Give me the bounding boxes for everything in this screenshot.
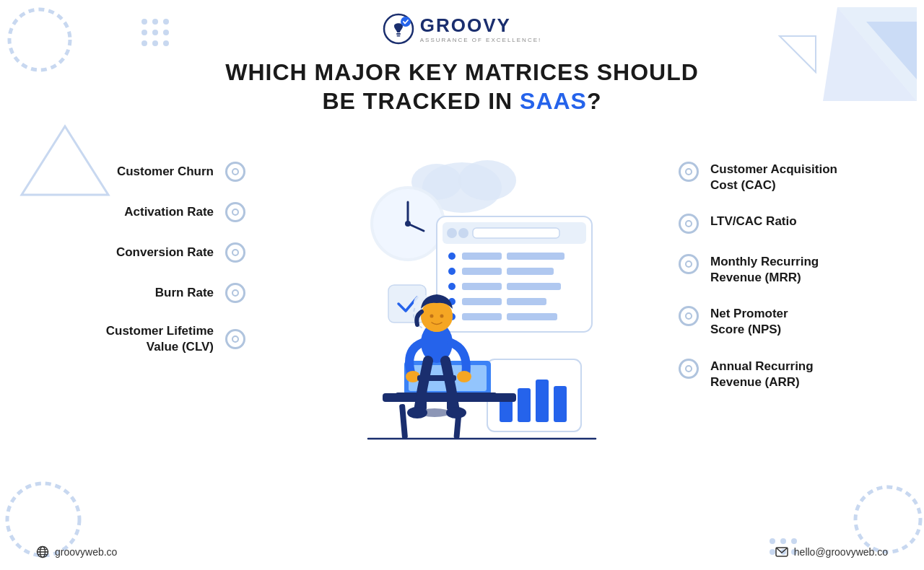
svg-point-16 <box>770 538 775 544</box>
metric-label-burn-rate: Burn Rate <box>155 285 214 301</box>
envelope-icon <box>775 547 788 557</box>
metric-label-ltv-cac: LTV/CAC Ratio <box>710 214 797 229</box>
svg-rect-60 <box>518 388 531 422</box>
title-highlight: SAAS <box>520 88 587 114</box>
metric-label-mrr: Monthly RecurringRevenue (MRR) <box>710 254 819 286</box>
svg-rect-54 <box>507 313 557 320</box>
metric-conversion-rate: Conversion Rate <box>29 232 245 273</box>
globe-icon <box>36 545 49 558</box>
svg-rect-53 <box>462 313 502 320</box>
logo-area: GROOVY ASSURANCE OF EXCELLENCE! <box>383 13 541 45</box>
svg-point-6 <box>855 487 920 552</box>
illustration-svg <box>310 130 614 440</box>
title-line2: BE TRACKED IN SAAS? <box>0 87 924 115</box>
svg-rect-42 <box>507 253 565 260</box>
svg-rect-45 <box>507 268 554 275</box>
svg-rect-61 <box>536 380 549 422</box>
main-title: WHICH MAJOR KEY MATRICES SHOULD BE TRACK… <box>0 58 924 115</box>
svg-rect-51 <box>507 298 546 305</box>
circle-icon-ltv-cac <box>679 214 699 234</box>
svg-point-5 <box>7 483 79 556</box>
svg-point-38 <box>458 228 468 238</box>
svg-point-18 <box>791 538 797 544</box>
footer-email: hello@groovyweb.co <box>775 546 888 558</box>
svg-point-81 <box>419 408 450 417</box>
svg-point-40 <box>448 253 456 260</box>
metric-label-activation-rate: Activation Rate <box>124 204 214 220</box>
metric-activation-rate: Activation Rate <box>29 192 245 232</box>
svg-point-75 <box>457 371 471 382</box>
svg-rect-79 <box>422 381 427 410</box>
title-section: WHICH MAJOR KEY MATRICES SHOULD BE TRACK… <box>0 58 924 115</box>
title-line2-end: ? <box>587 88 602 114</box>
metric-ltv-cac: LTV/CAC Ratio <box>679 203 895 244</box>
circle-icon-arr <box>679 359 699 379</box>
metric-label-arr: Annual RecurringRevenue (ARR) <box>710 359 814 390</box>
svg-rect-80 <box>447 381 451 410</box>
header: GROOVY ASSURANCE OF EXCELLENCE! <box>0 0 924 45</box>
email-address: hello@groovyweb.co <box>794 546 888 558</box>
svg-rect-62 <box>554 386 567 422</box>
logo-text: GROOVY ASSURANCE OF EXCELLENCE! <box>420 14 541 43</box>
svg-rect-44 <box>462 268 502 275</box>
title-line2-normal: BE TRACKED IN <box>322 88 520 114</box>
svg-rect-48 <box>507 283 561 290</box>
metric-mrr: Monthly RecurringRevenue (MRR) <box>679 244 895 296</box>
svg-point-26 <box>401 17 411 27</box>
metric-label-clv: Customer LifetimeValue (CLV) <box>106 323 214 355</box>
svg-point-43 <box>448 268 456 275</box>
website-url: groovyweb.co <box>55 546 117 558</box>
svg-rect-24 <box>396 33 401 35</box>
title-line1: WHICH MAJOR KEY MATRICES SHOULD <box>0 58 924 87</box>
svg-rect-39 <box>473 228 559 238</box>
svg-point-37 <box>447 228 457 238</box>
metric-clv: Customer LifetimeValue (CLV) <box>29 313 245 365</box>
metric-burn-rate: Burn Rate <box>29 273 245 313</box>
svg-point-34 <box>405 221 411 227</box>
center-illustration <box>245 130 679 440</box>
circle-icon-customer-churn <box>225 162 245 182</box>
svg-point-17 <box>780 538 786 544</box>
svg-point-71 <box>421 300 453 332</box>
svg-point-72 <box>430 315 434 318</box>
metric-nps: Net PromoterScore (NPS) <box>679 296 895 348</box>
metric-label-conversion-rate: Conversion Rate <box>116 245 214 260</box>
metric-label-cac: Customer AcquisitionCost (CAC) <box>710 162 837 193</box>
footer: groovyweb.co hello@groovyweb.co <box>0 545 924 558</box>
metric-label-nps: Net PromoterScore (NPS) <box>710 306 788 338</box>
svg-rect-78 <box>417 375 456 381</box>
svg-rect-25 <box>396 35 400 37</box>
logo-icon <box>383 13 414 45</box>
logo-tagline: ASSURANCE OF EXCELLENCE! <box>420 37 541 43</box>
circle-icon-cac <box>679 162 699 182</box>
metric-label-customer-churn: Customer Churn <box>117 164 214 180</box>
circle-icon-clv <box>225 329 245 349</box>
circle-icon-conversion-rate <box>225 242 245 263</box>
svg-rect-63 <box>399 404 408 439</box>
svg-rect-41 <box>462 253 502 260</box>
content-area: Customer Churn Activation Rate Conversio… <box>0 123 924 440</box>
svg-point-28 <box>458 160 516 201</box>
circle-icon-nps <box>679 306 699 326</box>
metric-arr: Annual RecurringRevenue (ARR) <box>679 348 895 400</box>
svg-rect-67 <box>396 393 497 397</box>
svg-point-46 <box>448 283 456 290</box>
svg-rect-50 <box>462 298 502 305</box>
metric-cac: Customer AcquisitionCost (CAC) <box>679 152 895 203</box>
circle-icon-burn-rate <box>225 283 245 303</box>
logo-name: GROOVY <box>420 14 541 37</box>
circle-icon-activation-rate <box>225 202 245 222</box>
circle-icon-mrr <box>679 254 699 274</box>
svg-point-73 <box>440 315 444 318</box>
left-metrics: Customer Churn Activation Rate Conversio… <box>29 130 245 365</box>
right-metrics: Customer AcquisitionCost (CAC) LTV/CAC R… <box>679 130 895 400</box>
metric-customer-churn: Customer Churn <box>29 152 245 192</box>
svg-rect-47 <box>462 283 502 290</box>
footer-website: groovyweb.co <box>36 545 117 558</box>
